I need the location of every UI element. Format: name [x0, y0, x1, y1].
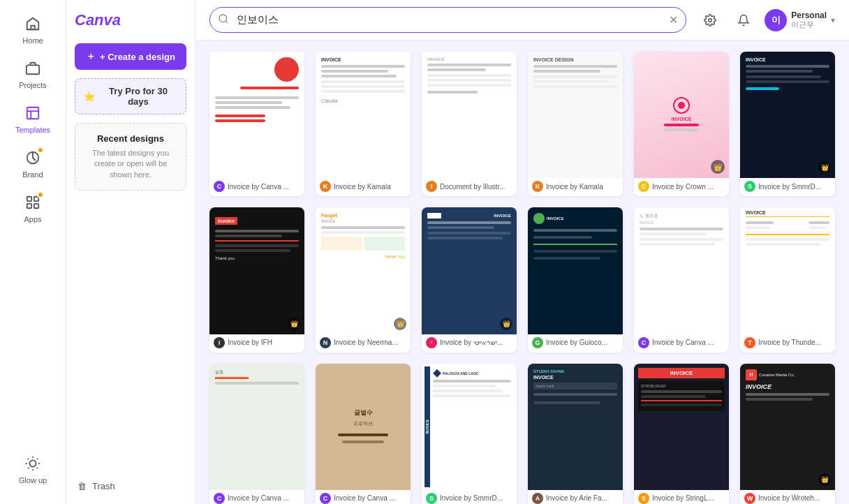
- apps-icon: [23, 193, 43, 212]
- glowup-icon: [23, 454, 43, 473]
- recent-designs-section: Recent designs The latest designs you cr…: [75, 123, 186, 191]
- sidebar-item-glowup-label: Glow up: [19, 476, 47, 484]
- template-thumbnail: INVOICE: [740, 207, 835, 334]
- left-panel: Canva ＋ + Create a design ⭐ Try Pro for …: [66, 0, 195, 504]
- template-info: T Invoice by Thunde...: [740, 334, 835, 353]
- template-info: S Invoice by SmmrD...: [740, 178, 835, 196]
- template-info: S Invoice by SmmrD...: [422, 490, 517, 504]
- template-card[interactable]: 글벌수 프로덕션 C Invoice by Canva ...: [316, 364, 411, 504]
- template-thumbnail: 노 원진경 INVOICE: [634, 207, 729, 334]
- search-clear-button[interactable]: ✕: [669, 13, 678, 27]
- recent-designs-subtitle: The latest designs you create or open wi…: [82, 148, 179, 180]
- sidebar-item-projects-label: Projects: [19, 81, 47, 89]
- sidebar-item-glowup[interactable]: Glow up: [0, 448, 66, 490]
- brand-icon: [23, 148, 43, 168]
- sidebar-item-apps-label: Apps: [24, 215, 41, 223]
- user-menu[interactable]: 이 Personal 이근무 ▾: [765, 9, 835, 31]
- template-info: I Document by Illustr...: [422, 178, 517, 196]
- template-thumbnail: 글벌수 프로덕션: [316, 364, 411, 490]
- create-design-button[interactable]: ＋ + Create a design: [75, 43, 186, 70]
- template-info: W Invoice by Wroteh...: [740, 490, 835, 504]
- template-card[interactable]: INVOICE Claudia K Invoice by Kamala: [316, 52, 411, 196]
- svg-rect-9: [34, 204, 38, 208]
- template-info: C Invoice by Canva ...: [209, 490, 304, 504]
- template-info: י Invoice by ישראייטי...: [422, 334, 517, 353]
- sidebar-item-home[interactable]: Home: [0, 8, 66, 50]
- crown-badge: 👑: [818, 473, 831, 486]
- template-card[interactable]: INVOICE G Invoice by Guioco...: [528, 207, 623, 352]
- crown-badge: 👑: [394, 318, 406, 330]
- template-card[interactable]: 노 원진경 INVOICE C Invoice by Canva ...: [634, 207, 729, 352]
- trash-icon: 🗑: [77, 481, 87, 491]
- template-card[interactable]: Fauget INVOICE THANK YOU 👑 N Invoi: [316, 207, 411, 352]
- template-card[interactable]: INVOICE 👑 S Invoice by SmmrD...: [740, 52, 835, 196]
- templates-icon: [23, 103, 43, 123]
- template-card[interactable]: INVOICE STROBLINGER S Invoice by Strin: [634, 364, 729, 504]
- sidebar-item-brand-label: Brand: [22, 170, 43, 179]
- template-card[interactable]: H Creative Media Co. INVOICE 👑 W Invoice…: [740, 364, 835, 504]
- sidebar-bottom: Glow up: [0, 448, 66, 496]
- template-card[interactable]: INVOICE 👑 י Invoice by ישראייטי...: [422, 207, 517, 352]
- template-card[interactable]: STUDIO DIVINE INVOICE Aaron Lock A Invoi…: [528, 364, 623, 504]
- template-card[interactable]: Invoice Thank you 👑 I Invoice by IFH: [209, 207, 304, 352]
- templates-grid-area: C Invoice by Canva ... INVOICE Claudia: [195, 40, 849, 504]
- settings-button[interactable]: [697, 8, 723, 33]
- template-thumbnail: STUDIO DIVINE INVOICE Aaron Lock: [528, 364, 623, 490]
- svg-rect-1: [27, 65, 39, 74]
- svg-rect-0: [31, 26, 35, 30]
- canva-logo: Canva: [75, 8, 186, 35]
- template-info: C Invoice by Canva ...: [209, 178, 304, 196]
- user-avatar: 이: [765, 9, 787, 31]
- header: ✕ 이 Personal 이근무 ▾: [195, 0, 849, 40]
- sidebar-item-templates[interactable]: Templates: [0, 98, 66, 140]
- template-info: I Invoice by IFH: [209, 334, 304, 353]
- crown-icon: ⭐: [84, 91, 95, 102]
- trash-button[interactable]: 🗑 Trash: [75, 477, 186, 496]
- template-info: A Invoice by Arie Fa...: [528, 490, 623, 504]
- template-thumbnail: INVOICE DESIGN: [528, 52, 623, 178]
- template-thumbnail: INVOICE: [528, 207, 623, 334]
- template-card[interactable]: INVOICE 👑 C Invoice by Crown ...: [634, 52, 729, 196]
- sidebar-item-home-label: Home: [22, 36, 43, 45]
- search-input[interactable]: [209, 7, 686, 33]
- template-card[interactable]: INVOICE DESIGN K Invoice by Kamala: [528, 52, 623, 196]
- template-info: C Invoice by Canva ...: [634, 334, 729, 353]
- try-pro-button[interactable]: ⭐ Try Pro for 30 days: [75, 78, 186, 114]
- template-info: S Invoice by StringL...: [634, 490, 729, 504]
- notifications-button[interactable]: [731, 8, 756, 33]
- template-thumbnail: INVOICE 👑: [740, 52, 835, 178]
- template-info: N Invoice by Neerma...: [316, 334, 411, 353]
- user-info: Personal 이근무: [791, 10, 827, 30]
- chevron-down-icon: ▾: [831, 15, 835, 25]
- template-card[interactable]: INVOICE PALOOZA AND LAOC: [422, 364, 517, 504]
- recent-designs-title: Recent designs: [82, 133, 179, 144]
- template-thumbnail: INVOICE: [422, 52, 517, 178]
- svg-rect-8: [27, 204, 31, 208]
- svg-rect-2: [27, 108, 39, 119]
- search-icon: [218, 13, 229, 27]
- sidebar-item-templates-label: Templates: [15, 126, 50, 134]
- sidebar: Home Projects Templates Brand Apps Glo: [0, 0, 66, 504]
- template-card[interactable]: C Invoice by Canva ...: [209, 52, 304, 196]
- template-thumbnail: INVOICE 👑: [634, 52, 729, 178]
- template-thumbnail: 송창: [209, 364, 304, 490]
- template-info: C Invoice by Canva ...: [316, 490, 411, 504]
- template-info: K Invoice by Kamala: [528, 178, 623, 196]
- sidebar-item-brand[interactable]: Brand: [0, 142, 66, 184]
- template-thumbnail: INVOICE 👑: [422, 207, 517, 334]
- sidebar-item-apps[interactable]: Apps: [0, 187, 66, 229]
- template-thumbnail: INVOICE PALOOZA AND LAOC: [422, 364, 517, 490]
- crown-badge: 👑: [500, 318, 512, 330]
- template-info: G Invoice by Guioco...: [528, 334, 623, 353]
- sidebar-item-projects[interactable]: Projects: [0, 53, 66, 95]
- search-container: ✕: [209, 7, 686, 33]
- template-thumbnail: INVOICE Claudia: [316, 52, 411, 178]
- template-card[interactable]: INVOICE I Document by Illustr...: [422, 52, 517, 196]
- template-card[interactable]: 송창 C Invoice by Canva ...: [209, 364, 304, 504]
- template-info: K Invoice by Kamala: [316, 178, 411, 196]
- template-thumbnail: Fauget INVOICE THANK YOU 👑: [316, 207, 411, 334]
- template-card[interactable]: INVOICE: [740, 207, 835, 352]
- projects-icon: [23, 59, 43, 78]
- header-icons: 이 Personal 이근무 ▾: [697, 8, 835, 33]
- template-thumbnail: [209, 52, 304, 178]
